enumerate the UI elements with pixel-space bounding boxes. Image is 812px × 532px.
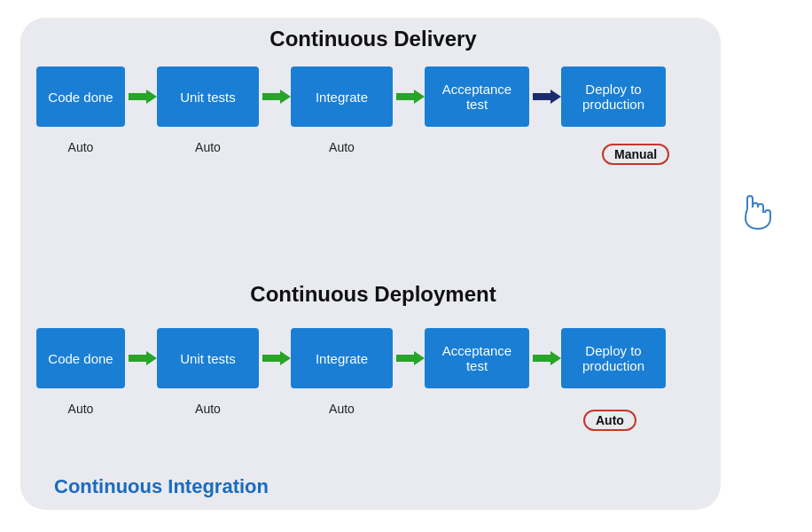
label-code-done-top: Auto (36, 140, 125, 154)
label-unit-tests-bottom: Auto (157, 402, 259, 416)
label-unit-tests-top: Auto (157, 140, 259, 154)
labels-row-deployment: Auto Auto Auto (36, 402, 529, 416)
auto-label-bottom: Auto (583, 410, 636, 431)
arrow-dark-top (529, 86, 561, 107)
continuous-deployment-title: Continuous Deployment (36, 282, 710, 307)
arrow-green-3-bottom (393, 348, 425, 369)
svg-marker-5 (262, 351, 291, 365)
box-deploy-bottom: Deploy to production (561, 328, 666, 388)
continuous-delivery-title: Continuous Delivery (36, 27, 710, 51)
arrow-green-3-top (393, 86, 425, 107)
box-acceptance-bottom: Acceptance test (425, 328, 529, 388)
manual-label-top: Manual (602, 144, 669, 165)
content-area: Continuous Delivery Code done Unit tests… (12, 9, 800, 523)
label-integrate-top: Auto (291, 140, 393, 154)
labels-row-delivery: Auto Auto Auto (36, 140, 529, 154)
svg-marker-1 (262, 90, 291, 104)
label-code-done-bottom: Auto (36, 402, 125, 416)
flow-row-delivery: Code done Unit tests Integrate (36, 66, 666, 127)
arrow-green-2-top (259, 86, 291, 107)
box-deploy-top: Deploy to production (561, 66, 666, 127)
svg-marker-2 (396, 90, 425, 104)
flow-row-deployment: Code done Unit tests Integrate (36, 328, 666, 388)
box-unit-tests-bottom: Unit tests (157, 328, 259, 388)
svg-marker-0 (129, 90, 157, 104)
svg-marker-4 (129, 351, 157, 365)
box-acceptance-top: Acceptance test (425, 66, 529, 127)
arrow-green-2-bottom (259, 348, 291, 369)
box-integrate-top: Integrate (291, 66, 393, 127)
svg-marker-7 (533, 351, 561, 365)
svg-marker-6 (396, 351, 425, 365)
hand-pointer-icon (738, 186, 777, 240)
box-code-done-top: Code done (36, 66, 125, 127)
svg-marker-3 (533, 90, 561, 104)
box-code-done-bottom: Code done (36, 328, 125, 388)
arrow-green-1-bottom (125, 348, 157, 369)
label-integrate-bottom: Auto (291, 402, 393, 416)
arrow-green-1-top (125, 86, 157, 107)
diagram-wrapper: Continuous Delivery Code done Unit tests… (12, 9, 800, 523)
arrow-green-4-bottom (529, 348, 561, 369)
continuous-integration-label: Continuous Integration (54, 475, 269, 498)
box-integrate-bottom: Integrate (291, 328, 393, 388)
box-unit-tests-top: Unit tests (157, 66, 259, 127)
